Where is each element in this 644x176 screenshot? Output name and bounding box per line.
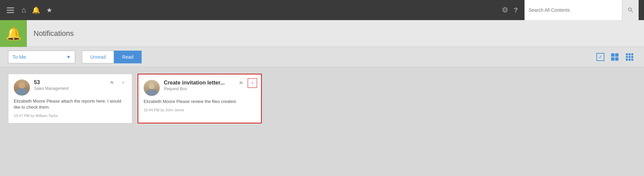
view-icons: ✓ (594, 51, 636, 63)
svg-rect-12 (631, 59, 633, 61)
search-input[interactable] (525, 0, 622, 20)
filter-dropdown[interactable]: To Me ▼ (8, 51, 75, 63)
notification-card-1: 53 Sales Management Elizabeth Moore Plea… (8, 74, 132, 123)
checkbox-icon: ✓ (596, 53, 604, 61)
svg-rect-9 (631, 56, 633, 58)
star-icon[interactable]: ★ (46, 6, 52, 14)
add-button-1[interactable]: + (118, 78, 128, 87)
page-header-icon-box: 🔔 (0, 20, 27, 47)
top-bar-left: ⌂ 🔔 ★ (5, 6, 495, 14)
svg-rect-7 (626, 56, 628, 58)
tab-unread[interactable]: Unread (82, 51, 114, 63)
search-icon (627, 7, 634, 13)
grid-view-button[interactable] (624, 51, 636, 63)
checkbox-view-button[interactable]: ✓ (594, 51, 606, 63)
content-area: 53 Sales Management Elizabeth Moore Plea… (0, 67, 644, 168)
grid-view-icon (626, 53, 634, 61)
tab-group: Unread Read (82, 51, 142, 63)
search-bar (525, 0, 639, 20)
page-title: Notifications (27, 29, 74, 38)
avatar-2 (144, 80, 160, 96)
svg-rect-1 (615, 53, 618, 57)
help-icon[interactable]: ? (514, 6, 518, 14)
card-footer-2: 10:44 PM by John Jones (144, 108, 256, 112)
home-icon[interactable]: ⌂ (21, 6, 26, 14)
flag-button-2[interactable]: ⚑ (236, 78, 246, 88)
search-button[interactable] (622, 0, 639, 20)
compact-view-icon (611, 53, 620, 61)
card-actions-1: ⚑ + (107, 78, 128, 87)
flag-icon-2: ⚑ (239, 80, 243, 86)
flag-button-1[interactable]: ⚑ (107, 78, 116, 87)
svg-rect-8 (629, 56, 631, 58)
card-body-1: Elizabeth Moore Please attach the report… (14, 98, 127, 110)
svg-rect-5 (629, 53, 631, 55)
settings-icon[interactable]: ⚙ (502, 6, 508, 14)
avatar-1 (14, 79, 30, 96)
svg-rect-6 (631, 53, 633, 55)
svg-rect-4 (626, 53, 628, 55)
svg-rect-0 (611, 53, 614, 57)
notification-card-2: Create invitation letter... Request Box … (138, 74, 262, 123)
flag-icon-1: ⚑ (109, 80, 114, 86)
tab-read[interactable]: Read (114, 51, 142, 63)
top-bar-right: ⚙ ? (502, 6, 518, 14)
card-footer-1: 10:47 PM by William Taylor (14, 114, 127, 118)
add-button-2[interactable]: + (248, 78, 257, 88)
filter-label: To Me (12, 54, 63, 60)
top-bar: ⌂ 🔔 ★ ⚙ ? (0, 0, 644, 20)
card-actions-2: ⚑ + (236, 78, 257, 88)
card-body-2: Elizabeth Moore Please review the files … (144, 99, 256, 105)
cards-row: 53 Sales Management Elizabeth Moore Plea… (8, 74, 636, 123)
svg-rect-3 (615, 57, 618, 61)
menu-icon[interactable] (5, 6, 15, 14)
bell-nav-icon[interactable]: 🔔 (32, 6, 40, 14)
svg-rect-10 (626, 59, 628, 61)
page-header: 🔔 Notifications (0, 20, 644, 47)
compact-view-button[interactable] (609, 51, 621, 63)
svg-rect-2 (611, 57, 614, 61)
page-bell-icon: 🔔 (6, 26, 21, 41)
toolbar-row: To Me ▼ Unread Read ✓ (0, 47, 644, 67)
svg-rect-11 (629, 59, 631, 61)
chevron-down-icon: ▼ (66, 54, 71, 60)
